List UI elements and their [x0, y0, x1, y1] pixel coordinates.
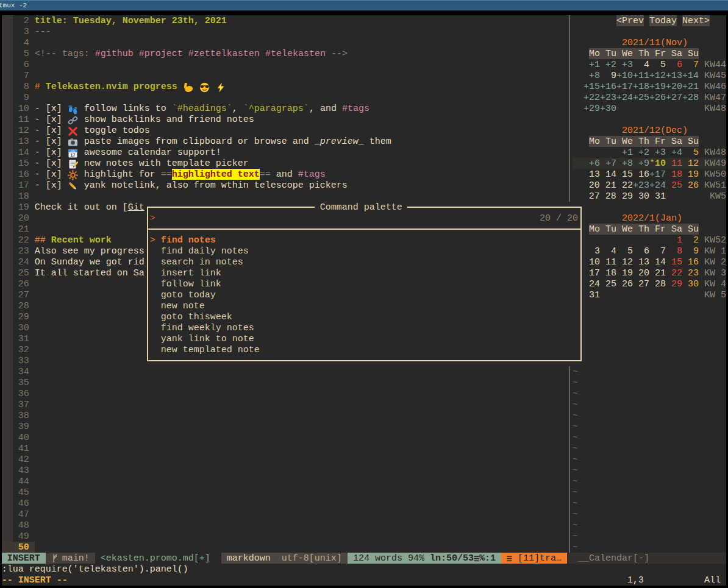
svg-text:17: 17 [71, 152, 76, 157]
